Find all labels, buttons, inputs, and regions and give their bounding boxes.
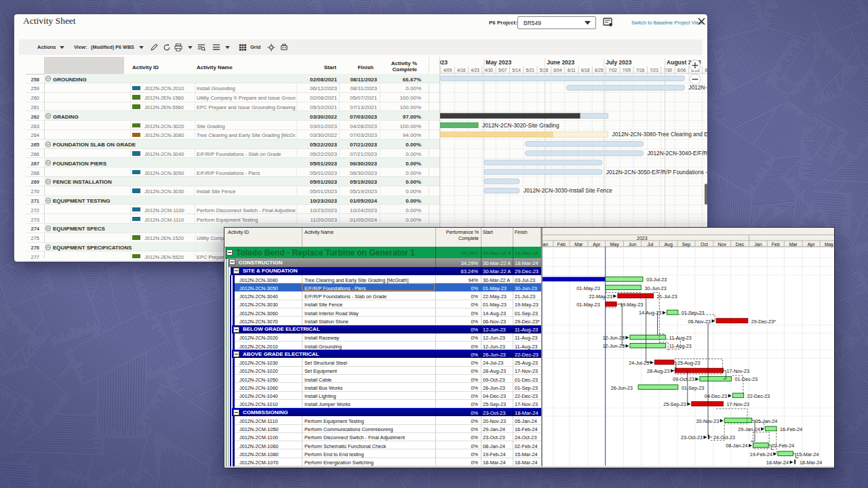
svg-text:2023: 2023 (637, 236, 648, 241)
svg-text:Aug: Aug (664, 242, 673, 247)
svg-text:11-Aug-23: 11-Aug-23 (669, 335, 692, 341)
svg-text:Apr: Apr (593, 242, 601, 247)
svg-text:12-Jun-23: 12-Jun-23 (603, 335, 625, 341)
svg-text:6/11: 6/11 (568, 68, 576, 73)
svg-text:22-Dec-23: 22-Dec-23 (747, 393, 770, 399)
svg-text:20-Nov-23: 20-Nov-23 (696, 418, 719, 424)
svg-text:Mar: Mar (574, 242, 583, 247)
svg-text:25-Aug-23: 25-Aug-23 (677, 360, 701, 366)
svg-text:J012N-2CN-3080-Tree Clearing a: J012N-2CN-3080-Tree Clearing and Early S… (612, 131, 708, 138)
svg-text:5/21: 5/21 (526, 68, 535, 73)
svg-text:July 2023: July 2023 (606, 59, 632, 66)
svg-text:08-Jan-24: 08-Jan-24 (726, 443, 747, 449)
svg-text:May: May (825, 242, 834, 247)
svg-text:21-Jul-23: 21-Jul-23 (657, 293, 677, 300)
svg-text:29-Dec-23*: 29-Dec-23* (751, 319, 776, 325)
svg-text:01-Sep-23: 01-Sep-23 (682, 310, 705, 316)
svg-text:6/25: 6/25 (595, 68, 604, 73)
svg-text:05-Jan-24: 05-Jan-24 (755, 418, 777, 424)
svg-text:06-Nov-23: 06-Nov-23 (688, 319, 711, 325)
svg-text:23-Oct-23: 23-Oct-23 (681, 434, 703, 441)
svg-text:Dec: Dec (736, 242, 745, 247)
svg-text:J012N-2CN-3020-Site Grading: J012N-2CN-3020-Site Grading (482, 122, 559, 129)
svg-text:29-Jan-24: 29-Jan-24 (738, 426, 760, 432)
svg-text:18-Mar-24: 18-Mar-24 (766, 460, 789, 466)
svg-text:May 2023: May 2023 (486, 59, 511, 66)
svg-text:J012N-2CN-3040-E/F/R/P Foundat: J012N-2CN-3040-E/F/R/P Foundations - Sla (648, 150, 707, 157)
svg-text:2023: 2023 (440, 59, 448, 66)
svg-text:J012N-2CN-3030-Install Site Fe: J012N-2CN-3030-Install Site Fence (524, 187, 612, 194)
svg-text:15-Mar-24: 15-Mar-24 (796, 451, 818, 458)
svg-text:J012N-2CN-3050-E/F/R/P Foundat: J012N-2CN-3050-E/F/R/P Foundations - Pi (606, 169, 707, 176)
svg-text:Feb: Feb (557, 242, 566, 247)
svg-text:09-Oct-23: 09-Oct-23 (673, 376, 694, 382)
svg-text:5/07: 5/07 (498, 68, 507, 73)
svg-text:7/16: 7/16 (636, 68, 645, 73)
svg-text:Jun: Jun (629, 242, 636, 247)
svg-text:5/14: 5/14 (512, 68, 521, 73)
svg-text:6/04: 6/04 (553, 68, 562, 73)
svg-text:J012N-2CN-2010-Install Groundi: J012N-2CN-2010-Install Grounding (689, 84, 707, 91)
svg-text:4/16: 4/16 (457, 68, 466, 73)
svg-text:6/18: 6/18 (581, 68, 590, 73)
svg-text:01-Sep-23: 01-Sep-23 (682, 385, 705, 391)
svg-text:5/28: 5/28 (540, 68, 549, 73)
svg-text:4/09: 4/09 (443, 68, 452, 73)
svg-text:8/06: 8/06 (677, 68, 686, 73)
svg-text:17-Nov-23: 17-Nov-23 (727, 401, 750, 407)
svg-text:4/30: 4/30 (485, 68, 494, 73)
svg-text:Oct: Oct (701, 242, 708, 247)
svg-text:19-Feb-24: 19-Feb-24 (750, 451, 772, 458)
svg-text:Feb: Feb (772, 242, 780, 247)
svg-text:19-May-23: 19-May-23 (620, 302, 643, 308)
svg-text:01-May-23: 01-May-23 (576, 285, 599, 291)
svg-text:Sep: Sep (682, 242, 691, 247)
svg-text:03-Jul-23: 03-Jul-23 (646, 277, 667, 283)
svg-text:02-Feb-24: 02-Feb-24 (772, 443, 794, 449)
svg-text:22-May-23: 22-May-23 (589, 293, 612, 300)
svg-text:May: May (610, 242, 619, 247)
svg-text:Jul: Jul (647, 242, 653, 247)
svg-text:14-Aug-23: 14-Aug-23 (639, 310, 662, 316)
svg-text:7/09: 7/09 (623, 68, 631, 73)
svg-text:30-Jun-23: 30-Jun-23 (645, 285, 667, 291)
svg-text:28-Aug-23: 28-Aug-23 (647, 368, 670, 374)
svg-text:Apr: Apr (808, 242, 816, 247)
svg-text:Jan: Jan (542, 242, 548, 247)
svg-text:Mar: Mar (789, 242, 798, 247)
svg-text:01-May-23: 01-May-23 (576, 302, 599, 308)
svg-text:7/02: 7/02 (608, 68, 617, 73)
svg-text:4/23: 4/23 (471, 68, 479, 73)
svg-text:12-Jun-23: 12-Jun-23 (603, 343, 625, 349)
svg-text:Jan: Jan (754, 242, 762, 247)
svg-text:17-Nov-23: 17-Nov-23 (727, 368, 750, 374)
svg-text:Nov: Nov (717, 242, 726, 247)
svg-text:June 2023: June 2023 (547, 59, 574, 66)
svg-text:25-Sep-23: 25-Sep-23 (663, 401, 686, 407)
svg-text:18-Mar-24: 18-Mar-24 (800, 460, 822, 466)
svg-text:01-Dec-23: 01-Dec-23 (735, 376, 758, 382)
svg-text:16-Feb-24: 16-Feb-24 (780, 426, 802, 432)
svg-text:7/23: 7/23 (650, 68, 658, 73)
svg-text:8/20: 8/20 (705, 68, 707, 73)
svg-text:26-Jun-23: 26-Jun-23 (611, 385, 633, 391)
